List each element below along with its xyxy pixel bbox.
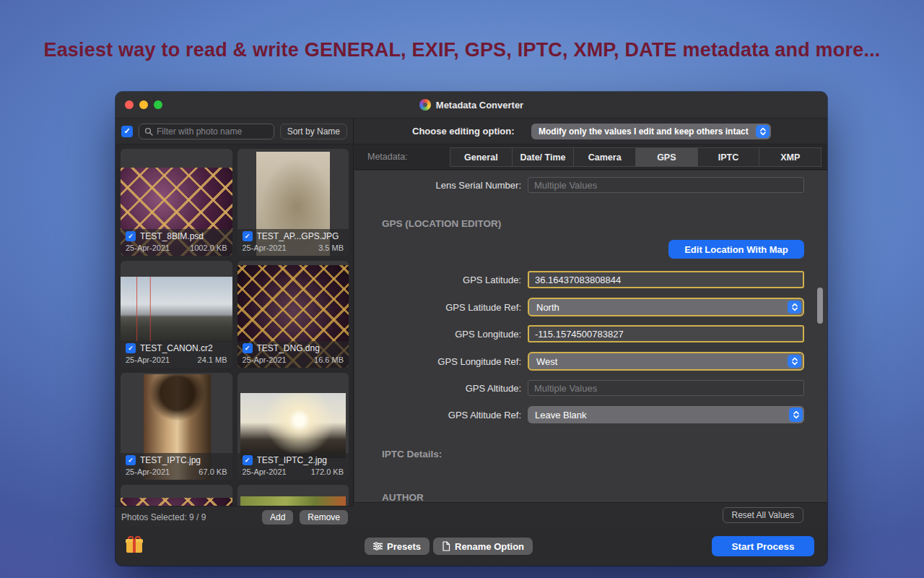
photo-caption: ✓TEST_IPTC_2.jpg 25-Apr-2021172.0 KB — [237, 453, 349, 480]
photo-cell[interactable] — [121, 485, 232, 506]
app-icon — [419, 99, 431, 111]
editing-option-value: Modify only the values I edit and keep o… — [539, 126, 749, 137]
window-title: Metadata Converter — [436, 100, 523, 111]
photo-name: TEST_IPTC_2.jpg — [257, 455, 327, 465]
photo-thumbnail — [121, 498, 232, 506]
photo-caption: ✓TEST_IPTC.jpg 25-Apr-202167.0 KB — [121, 453, 232, 480]
photo-checkbox[interactable]: ✓ — [243, 455, 253, 465]
metadata-tabs: General Date/ Time Camera GPS IPTC XMP — [450, 147, 821, 167]
document-icon — [442, 541, 450, 551]
photo-date: 25-Apr-2021 — [243, 243, 287, 252]
photo-name: TEST_DNG.dng — [257, 343, 320, 353]
presets-button[interactable]: Presets — [365, 538, 430, 555]
minimize-button-icon[interactable] — [139, 100, 148, 109]
reset-all-values-button[interactable]: Reset All Values — [723, 507, 804, 523]
photo-caption: ✓TEST_AP...GPS.JPG 25-Apr-20213.5 MB — [237, 229, 349, 256]
photo-sidebar: ✓ Filter with photo name Sort by Name ✓T… — [116, 118, 354, 527]
photo-caption: ✓TEST_8BIM.psd 25-Apr-20211002.0 KB — [121, 229, 232, 256]
photo-date: 25-Apr-2021 — [126, 467, 170, 476]
gps-longitude-label: GPS Longitude: — [354, 329, 528, 340]
search-icon — [144, 127, 153, 136]
tab-date-time[interactable]: Date/ Time — [512, 147, 575, 167]
tab-xmp[interactable]: XMP — [759, 147, 821, 167]
photo-checkbox[interactable]: ✓ — [243, 343, 253, 353]
photo-thumbnail — [240, 393, 346, 458]
photo-name: TEST_8BIM.psd — [140, 231, 204, 241]
filter-bar: ✓ Filter with photo name Sort by Name — [116, 118, 353, 144]
photo-size: 3.5 MB — [318, 243, 344, 252]
gps-latitude-field[interactable]: 36.16437083808844 — [528, 271, 804, 288]
metadata-form: Lens Serial Number: Multiple Values GPS … — [354, 171, 827, 502]
gps-longitude-ref-select[interactable]: West — [528, 352, 804, 371]
remove-button[interactable]: Remove — [300, 510, 348, 525]
gps-longitude-ref-label: GPS Longitude Ref: — [354, 356, 528, 367]
metadata-panel: Choose editing option: Modify only the v… — [354, 118, 827, 527]
gift-icon[interactable] — [126, 536, 143, 553]
editing-option-bar: Choose editing option: Modify only the v… — [354, 118, 827, 144]
lens-serial-field[interactable]: Multiple Values — [528, 177, 804, 193]
photo-date: 25-Apr-2021 — [243, 467, 287, 476]
photo-grid: ✓TEST_8BIM.psd 25-Apr-20211002.0 KB ✓TES… — [116, 144, 354, 506]
gps-latitude-ref-select[interactable]: North — [528, 298, 804, 316]
iptc-section-title: IPTC Details: — [382, 449, 442, 460]
gps-section-title: GPS (LOCATION EDITOR) — [382, 218, 501, 229]
photo-cell[interactable]: ✓TEST_IPTC.jpg 25-Apr-202167.0 KB — [121, 373, 232, 480]
gps-altitude-label: GPS Altitude: — [354, 383, 528, 394]
start-process-button[interactable]: Start Process — [712, 536, 814, 556]
metadata-label: Metadata: — [367, 152, 408, 162]
photo-date: 25-Apr-2021 — [126, 355, 170, 364]
gps-altitude-ref-value: Leave Blank — [535, 410, 587, 420]
zoom-button-icon[interactable] — [154, 100, 162, 109]
chevron-up-down-icon — [789, 407, 803, 422]
photo-cell[interactable]: ✓TEST_CANON.cr2 25-Apr-202124.1 MB — [121, 261, 232, 368]
photo-checkbox[interactable]: ✓ — [126, 343, 136, 353]
photo-cell[interactable]: ✓TEST_DNG.dng 25-Apr-202116.6 MB — [237, 261, 349, 368]
photo-name: TEST_CANON.cr2 — [140, 343, 213, 353]
photo-date: 25-Apr-2021 — [126, 243, 170, 252]
metadata-tab-bar: Metadata: General Date/ Time Camera GPS … — [354, 144, 827, 170]
panel-footer: Reset All Values — [354, 502, 827, 527]
edit-location-with-map-button[interactable]: Edit Location With Map — [668, 240, 804, 259]
search-input[interactable]: Filter with photo name — [139, 124, 274, 139]
photo-checkbox[interactable]: ✓ — [126, 455, 136, 465]
photo-cell[interactable]: ✓TEST_IPTC_2.jpg 25-Apr-2021172.0 KB — [237, 373, 349, 480]
tab-gps[interactable]: GPS — [635, 147, 698, 167]
photo-thumbnail — [240, 496, 346, 506]
gps-altitude-ref-select[interactable]: Leave Blank — [528, 406, 804, 423]
photo-cell[interactable] — [237, 485, 349, 506]
photo-size: 67.0 KB — [199, 467, 227, 476]
chevron-up-down-icon — [756, 125, 770, 138]
gps-altitude-field[interactable]: Multiple Values — [528, 380, 804, 396]
tab-iptc[interactable]: IPTC — [697, 147, 760, 167]
author-section-title: AUTHOR — [382, 492, 424, 502]
title-bar: Metadata Converter — [116, 92, 827, 118]
traffic-lights — [116, 100, 162, 109]
rename-option-button[interactable]: Rename Option — [433, 538, 533, 555]
photo-cell[interactable]: ✓TEST_AP...GPS.JPG 25-Apr-20213.5 MB — [237, 149, 349, 256]
chevron-up-down-icon — [788, 301, 801, 314]
close-button-icon[interactable] — [125, 100, 134, 109]
photo-cell[interactable]: ✓TEST_8BIM.psd 25-Apr-20211002.0 KB — [121, 149, 232, 256]
photo-size: 16.6 MB — [314, 355, 344, 364]
gps-latitude-label: GPS Latitude: — [354, 275, 528, 285]
photo-date: 25-Apr-2021 — [243, 355, 287, 364]
add-button[interactable]: Add — [262, 510, 293, 525]
tab-camera[interactable]: Camera — [573, 147, 636, 167]
search-placeholder: Filter with photo name — [157, 126, 242, 137]
select-all-checkbox[interactable]: ✓ — [121, 126, 133, 137]
editing-option-label: Choose editing option: — [412, 126, 515, 137]
scrollbar-thumb[interactable] — [817, 288, 823, 324]
tab-general[interactable]: General — [450, 147, 513, 167]
photo-caption: ✓TEST_CANON.cr2 25-Apr-202124.1 MB — [121, 341, 232, 368]
gps-latitude-ref-label: GPS Latitude Ref: — [354, 302, 528, 313]
editing-option-select[interactable]: Modify only the values I edit and keep o… — [531, 124, 771, 139]
gps-altitude-ref-label: GPS Altitude Ref: — [354, 410, 528, 420]
sort-by-name-button[interactable]: Sort by Name — [280, 124, 347, 139]
gps-longitude-ref-value: West — [536, 356, 557, 367]
photo-checkbox[interactable]: ✓ — [243, 231, 253, 241]
photo-checkbox[interactable]: ✓ — [126, 231, 136, 241]
gps-latitude-ref-value: North — [536, 302, 559, 313]
sliders-icon — [373, 542, 383, 551]
photo-name: TEST_IPTC.jpg — [140, 455, 201, 465]
gps-longitude-field[interactable]: -115.1574500783827 — [528, 325, 804, 342]
